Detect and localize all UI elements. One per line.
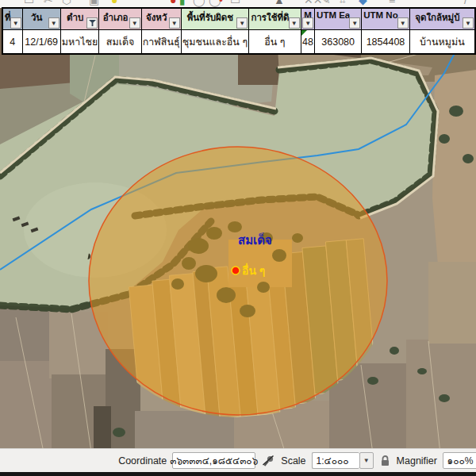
header-label: UTM No bbox=[363, 10, 397, 20]
grid-icon: ⌗ bbox=[340, 0, 346, 7]
filter-dropdown-district[interactable]: ▼ bbox=[129, 17, 140, 29]
filter-dropdown-province[interactable]: ▼ bbox=[169, 17, 180, 29]
scale-combobox: 1:๔๐๐๐ ▼ bbox=[312, 452, 374, 469]
column-header-utm-easting: UTM Ea ▼ bbox=[315, 8, 362, 30]
cell-date: 12/1/69 bbox=[22, 30, 60, 55]
delete-icon: ✕✕ bbox=[304, 0, 322, 7]
column-header-no: ที่ ▼ bbox=[2, 8, 22, 30]
column-header-date: วัน ▼ bbox=[22, 8, 60, 30]
landuse-map-label: อื่น ๆ bbox=[242, 263, 265, 277]
number-stored-as-text-flag bbox=[301, 30, 307, 36]
green-layer-icon: ▮ bbox=[179, 0, 186, 7]
header-label: วัน bbox=[31, 13, 42, 22]
funnel-filter-icon bbox=[89, 20, 96, 27]
header-row: ที่ ▼ วัน ▼ ตำบ อำเภอ ▼ จังหวั ▼ bbox=[2, 8, 475, 30]
cell-district: สมเด็จ bbox=[99, 30, 141, 55]
filter-dropdown-responsible-area[interactable]: ▼ bbox=[236, 17, 248, 29]
pin-disabled-icon[interactable] bbox=[261, 454, 275, 468]
scale-label: Scale bbox=[281, 455, 305, 466]
ruler-icon: ▭ bbox=[24, 0, 34, 7]
header-label: UTM Ea bbox=[317, 10, 350, 20]
column-header-district: อำเภอ ▼ bbox=[99, 8, 141, 30]
blue-tool-icon: ◆ bbox=[359, 0, 367, 7]
scissors-icon: ✂ bbox=[44, 0, 53, 7]
filter-dropdown-landuse[interactable]: ▼ bbox=[289, 17, 300, 29]
cell-landuse: อื่น ๆ bbox=[249, 30, 301, 55]
point-marker[interactable] bbox=[232, 267, 240, 274]
cell-utm-easting: 363080 bbox=[315, 30, 362, 55]
menu-icon: ≡ bbox=[389, 0, 395, 7]
filter-dropdown-utm-easting[interactable]: ▼ bbox=[349, 17, 360, 29]
bottom-edge bbox=[0, 472, 476, 476]
buffer-circle-overlay bbox=[89, 147, 387, 415]
scale-value[interactable]: 1:๔๐๐๐ bbox=[312, 452, 359, 469]
header-label: จุดใกล้หมู่บ้ bbox=[415, 13, 459, 22]
column-header-province: จังหวั ▼ bbox=[141, 8, 181, 30]
filter-dropdown-nearest-village[interactable]: ▼ bbox=[463, 17, 474, 29]
filter-funnel-subdistrict[interactable] bbox=[86, 17, 98, 29]
rect-tool-icon: ▭ bbox=[230, 0, 240, 7]
shape-icon: ⬡ bbox=[62, 0, 71, 7]
cell-nearest-village: บ้านหมูม่น bbox=[409, 30, 475, 55]
filter-dropdown-utm-northing[interactable]: ▼ bbox=[397, 17, 409, 29]
lock-icon[interactable] bbox=[379, 455, 391, 467]
coordinate-label: Coordinate bbox=[118, 455, 167, 466]
circle-tool-icon: ◯ bbox=[193, 0, 205, 7]
column-header-landuse: การใช้ที่ดิ ▼ bbox=[249, 8, 301, 30]
yellow-marker-icon: ● bbox=[111, 0, 117, 7]
coordinate-input[interactable]: ๓๖๓๓๓๔,๑๘๕๔๓๐๖ bbox=[172, 452, 255, 469]
filter-dropdown-date[interactable]: ▼ bbox=[48, 17, 60, 29]
column-header-responsible-area: พื้นที่รับผิดช ▼ bbox=[181, 8, 248, 30]
pencil-icon: ✎ bbox=[321, 0, 331, 7]
cell-subdistrict: มหาไชย bbox=[60, 30, 99, 55]
header-label: อำเภอ bbox=[103, 13, 129, 22]
column-header-subdistrict: ตำบ bbox=[60, 8, 99, 30]
cell-utm-northing: 1854408 bbox=[362, 30, 409, 55]
dark-tool-icon: ▲ bbox=[274, 0, 285, 7]
district-map-label: สมเด็จ bbox=[238, 232, 272, 247]
table-row[interactable]: 4 12/1/69 มหาไชย สมเด็จ กาฬสินธุ์ ชุมชนแ… bbox=[2, 30, 475, 55]
header-label: ตำบ bbox=[67, 13, 83, 22]
gis-application-window: สมเด็จ อื่น ๆ ▭ ✂ ⬡ ▣ ● ● ▮ ◯ ◯ • ▭ ▲ ✕✕… bbox=[0, 0, 476, 476]
cell-no: 4 bbox=[2, 30, 22, 55]
magnifier-input[interactable]: ๑๐๐% bbox=[443, 452, 476, 469]
column-header-utm-northing: UTM No ▼ bbox=[362, 8, 409, 30]
cell-province: กาฬสินธุ์ bbox=[141, 30, 181, 55]
attribute-table: ที่ ▼ วัน ▼ ตำบ อำเภอ ▼ จังหวั ▼ bbox=[2, 7, 476, 55]
cell-responsible-area: ชุมชนและอื่น ๆ bbox=[181, 30, 248, 55]
column-header-utm-zone: M ▼ bbox=[301, 8, 314, 30]
frame-icon: ▣ bbox=[89, 0, 99, 7]
cell-utm-zone: 48 bbox=[301, 30, 314, 55]
red-layer-icon: ● bbox=[170, 0, 176, 7]
map-canvas[interactable]: สมเด็จ อื่น ๆ bbox=[0, 0, 476, 476]
red-dot-icon: • bbox=[219, 0, 223, 7]
filter-dropdown-utm-zone[interactable]: ▼ bbox=[302, 17, 313, 29]
header-label: จังหวั bbox=[146, 13, 167, 22]
filter-dropdown-no[interactable]: ▼ bbox=[10, 17, 21, 29]
magnifier-label: Magnifier bbox=[397, 455, 437, 466]
status-bar: Coordinate ๓๖๓๓๓๔,๑๘๕๔๓๐๖ Scale 1:๔๐๐๐ ▼… bbox=[0, 448, 476, 472]
header-label: พื้นที่รับผิดช bbox=[187, 13, 234, 22]
cell-value: 48 bbox=[302, 36, 313, 48]
slash-icon: / bbox=[464, 0, 467, 7]
scale-dropdown-button[interactable]: ▼ bbox=[359, 452, 374, 469]
header-label: การใช้ที่ดิ bbox=[251, 13, 289, 22]
column-header-nearest-village: จุดใกล้หมู่บ้ ▼ bbox=[409, 8, 475, 30]
